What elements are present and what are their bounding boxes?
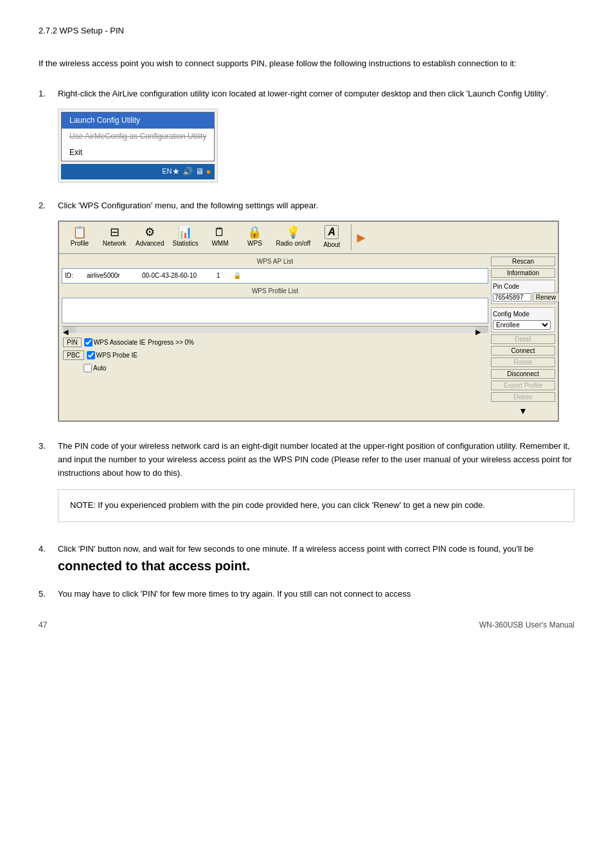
export-profile-button[interactable]: Export Profile [491, 381, 555, 390]
ap-num: 1 [217, 271, 229, 281]
bottom-controls-row: PIN WPS Associate IE Progress >> 0% [62, 336, 488, 349]
toolbar-wmm-label: WMM [211, 239, 228, 249]
toolbar-profile-label: Profile [71, 239, 89, 249]
wps-probe-ie-label: WPS Probe IE [96, 350, 138, 361]
toolbar-network[interactable]: ⊟ Network [98, 224, 131, 251]
radio-icon: 💡 [286, 226, 300, 238]
step-5-num: 5. [39, 588, 58, 601]
scrollbar-track [76, 327, 475, 333]
step-4-num: 4. [39, 543, 58, 577]
step-3-num: 3. [39, 440, 58, 530]
toolbar-radio[interactable]: 💡 Radio on/off [272, 224, 314, 251]
disconnect-button[interactable]: Disconnect [491, 369, 555, 379]
context-menu-box: Launch Config Utility Use AirMeConfig as… [61, 112, 215, 162]
toolbar-profile[interactable]: 📋 Profile [63, 224, 96, 251]
wps-utility-screenshot: 📋 Profile ⊟ Network ⚙ Advanced 📊 Statist… [58, 221, 559, 422]
note-text: NOTE: If you experienced problem with th… [70, 500, 485, 510]
bottom-controls-row2: PBC WPS Probe IE [62, 349, 488, 362]
step-4-text-before: Click 'PIN' button now, and wait for few… [58, 544, 533, 554]
toolbar-about[interactable]: A About [315, 223, 348, 252]
context-menu-item-airmconfig[interactable]: Use AirMeConfig as Configuration Utility [62, 129, 214, 145]
toolbar-arrow-btn[interactable]: ► [354, 226, 368, 249]
toolbar-about-label: About [323, 240, 340, 250]
step-2-num: 2. [39, 199, 58, 428]
wps-associate-ie-checkbox[interactable]: WPS Associate IE [84, 338, 146, 348]
note-box: NOTE: If you experienced problem with th… [58, 489, 574, 522]
config-mode-select[interactable]: Enrollee [493, 320, 551, 330]
toolbar-network-label: Network [103, 239, 127, 249]
pin-code-input[interactable] [493, 293, 531, 302]
connect-button[interactable]: Connect [491, 346, 555, 356]
wps-profile-list-area [62, 298, 488, 323]
wps-probe-ie-checkbox[interactable]: WPS Probe IE [87, 350, 138, 361]
context-menu-screenshot: Launch Config Utility Use AirMeConfig as… [58, 109, 218, 183]
scrollbar-left-btn[interactable]: ◀ [63, 327, 76, 333]
step-1-text: Right-click the AirLive configuration ut… [58, 89, 549, 98]
profile-icon: 📋 [73, 226, 87, 238]
step-5-text: You may have to click 'PIN' for few more… [58, 589, 411, 599]
delete-button[interactable]: Delete [491, 392, 555, 402]
toolbar-separator [351, 224, 351, 250]
step-5: 5. You may have to click 'PIN' for few m… [39, 588, 574, 601]
tray-icon-1: ★ [172, 165, 180, 179]
wps-ap-list-label: WPS AP List [62, 257, 488, 267]
footer-page-number: 47 [39, 620, 47, 629]
scroll-down-indicator: ▼ [491, 404, 555, 418]
step-2-text: Click 'WPS Configuration' menu, and the … [58, 201, 318, 210]
wps-probe-ie-input[interactable] [87, 351, 95, 359]
network-icon: ⊟ [110, 226, 120, 238]
footer-model: WN-360USB User's Manual [479, 620, 574, 629]
step-3-text: The PIN code of your wireless network ca… [58, 441, 572, 478]
toolbar-wmm[interactable]: 🗒 WMM [203, 224, 236, 251]
information-button[interactable]: Information [491, 268, 555, 278]
auto-checkbox[interactable]: Auto [84, 363, 107, 374]
section-title: 2.7.2 WPS Setup - PIN [39, 26, 574, 35]
wmm-icon: 🗒 [214, 226, 226, 238]
config-mode-box: Config Mode Enrollee [491, 307, 555, 332]
wps-associate-ie-input[interactable] [84, 338, 93, 347]
step-4-text-big: connected to that access point. [58, 559, 250, 573]
auto-label: Auto [93, 363, 107, 374]
step-4: 4. Click 'PIN' button now, and wait for … [39, 543, 574, 577]
context-menu-item-exit[interactable]: Exit [62, 145, 214, 161]
wps-content-area: WPS AP List ID: airlive5000r 00-0C-43-28… [59, 254, 558, 420]
toolbar-statistics[interactable]: 📊 Statistics [168, 224, 202, 251]
pin-button[interactable]: PIN [63, 338, 82, 347]
advanced-icon: ⚙ [145, 226, 155, 238]
pbc-button[interactable]: PBC [63, 350, 84, 360]
rescan-button[interactable]: Rescan [491, 257, 555, 266]
statistics-icon: 📊 [178, 226, 192, 238]
pin-code-box: Pin Code Renew [491, 280, 555, 304]
step-4-text: Click 'PIN' button now, and wait for few… [58, 544, 533, 573]
toolbar-wps-label: WPS [247, 239, 262, 249]
toolbar-advanced[interactable]: ⚙ Advanced [132, 224, 167, 251]
step-2: 2. Click 'WPS Configuration' menu, and t… [39, 199, 574, 428]
tray-icon-4: ● [206, 165, 211, 179]
ap-name: airlive5000r [87, 271, 138, 281]
auto-input[interactable] [84, 364, 92, 372]
pin-code-label: Pin Code [493, 282, 553, 292]
context-menu-item-launch[interactable]: Launch Config Utility [62, 113, 214, 129]
progress-text: Progress >> 0% [148, 338, 194, 348]
config-mode-label: Config Mode [493, 309, 553, 320]
scrollbar-right-btn[interactable]: ▶ [475, 327, 488, 333]
para1: If the wireless access point you wish to… [39, 57, 574, 71]
step-1: 1. Right-click the AirLive configuration… [39, 87, 574, 188]
renew-button[interactable]: Renew [533, 293, 559, 302]
taskbar-icons: ★ 🔊 🖥 ● [172, 165, 211, 179]
detail-button[interactable]: Detail [491, 334, 555, 344]
ap-mac: 00-0C-43-28-60-10 [142, 271, 213, 281]
tray-icon-3: 🖥 [195, 165, 204, 179]
toolbar-statistics-label: Statistics [172, 239, 198, 249]
page-footer: 47 WN-360USB User's Manual [39, 620, 574, 629]
toolbar-radio-label: Radio on/off [276, 239, 310, 249]
wps-right-panel: Rescan Information Pin Code Renew Config… [491, 257, 555, 418]
wps-toolbar: 📋 Profile ⊟ Network ⚙ Advanced 📊 Statist… [59, 222, 558, 254]
wps-ap-list-area: ID: airlive5000r 00-0C-43-28-60-10 1 🔒 [62, 268, 488, 284]
rotate-button[interactable]: Rotate [491, 357, 555, 367]
taskbar-bar: EN ★ 🔊 🖥 ● [61, 164, 215, 179]
tray-icon-2: 🔊 [182, 165, 193, 179]
about-icon: A [324, 225, 339, 239]
wps-horizontal-scrollbar[interactable]: ◀ ▶ [62, 326, 488, 334]
toolbar-wps[interactable]: 🔒 WPS [238, 224, 271, 251]
